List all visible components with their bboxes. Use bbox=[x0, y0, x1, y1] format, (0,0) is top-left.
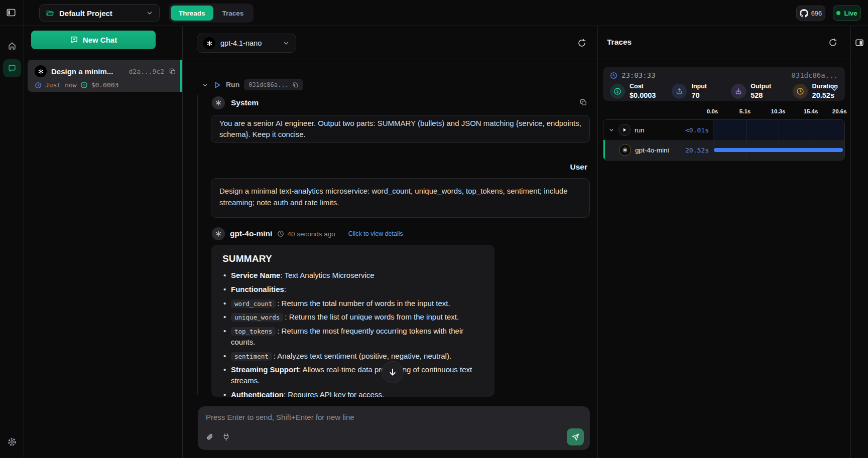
user-role-label: User bbox=[570, 163, 587, 172]
plug-icon[interactable] bbox=[222, 433, 230, 441]
send-plane-icon bbox=[571, 433, 580, 441]
refresh-icon[interactable] bbox=[577, 39, 586, 48]
axis-tick: 10.3s bbox=[771, 108, 786, 114]
folder-open-icon bbox=[46, 9, 54, 18]
system-message-header: System bbox=[212, 96, 259, 109]
left-rail bbox=[0, 0, 24, 458]
chevron-down-icon[interactable] bbox=[202, 82, 208, 88]
chevron-down-icon[interactable] bbox=[830, 85, 838, 93]
run-label: Run bbox=[226, 81, 239, 89]
send-button[interactable] bbox=[567, 428, 584, 445]
run-id-badge[interactable]: 031dc86a... bbox=[244, 79, 303, 90]
clock-icon bbox=[277, 230, 284, 237]
message-input[interactable] bbox=[206, 413, 582, 428]
attachment-paperclip-icon[interactable] bbox=[206, 433, 214, 441]
summary-title: SUMMARY bbox=[222, 253, 483, 264]
timeline-axis: 0.0s 5.1s 10.3s 15.4s 20.6s bbox=[603, 108, 845, 116]
composer-toolbar bbox=[206, 428, 584, 445]
chevron-down-icon bbox=[146, 10, 153, 17]
clock-icon bbox=[610, 72, 617, 79]
user-message: Design a minimal text-analytics microser… bbox=[211, 178, 590, 218]
chevron-down-icon[interactable] bbox=[608, 127, 614, 133]
model-selector-label: gpt-4.1-nano bbox=[220, 39, 278, 47]
chevron-down-icon bbox=[283, 40, 290, 47]
chat-title: Design a minim... bbox=[51, 67, 125, 76]
system-message: You are a senior AI engineer. Output two… bbox=[211, 115, 590, 143]
app-window: Default Project Threads Traces 696 Live … bbox=[0, 0, 868, 458]
run-span-header: Run 031dc86a... bbox=[202, 79, 303, 90]
trace-span-timeline: run <0.01s gpt-4o-mini 20.52s bbox=[603, 119, 845, 161]
timeline-row-gpt-4o-mini[interactable]: gpt-4o-mini 20.52s bbox=[603, 140, 844, 160]
input-upload-icon bbox=[672, 84, 687, 99]
stat-input: Input70 bbox=[672, 83, 731, 100]
openai-avatar bbox=[35, 65, 47, 77]
project-selector-label: Default Project bbox=[59, 9, 141, 18]
copy-icon[interactable] bbox=[579, 98, 587, 106]
settings-gear-icon[interactable] bbox=[7, 437, 17, 447]
svg-text:$: $ bbox=[616, 89, 619, 94]
chat-list-panel: New Chat Design a minim... d2a...9c2 Jus… bbox=[24, 26, 183, 458]
chat-header: gpt-4.1-nano bbox=[183, 26, 597, 59]
chat-main-panel: gpt-4.1-nano Run 031dc86a... bbox=[183, 26, 598, 458]
cost-coin-icon: $ bbox=[610, 84, 625, 99]
traces-panel: Traces 23:03:33 031dc86a... $ Cost$0.000… bbox=[598, 26, 850, 458]
trace-time: 23:03:33 bbox=[622, 71, 655, 79]
home-icon[interactable] bbox=[7, 41, 17, 51]
tab-traces[interactable]: Traces bbox=[214, 6, 252, 21]
system-role-label: System bbox=[231, 98, 259, 107]
summary-bullet-list: Service Name: Text Analytics Microservic… bbox=[222, 270, 483, 397]
axis-tick: 20.6s bbox=[832, 108, 847, 114]
new-chat-icon bbox=[70, 36, 78, 44]
output-download-icon bbox=[731, 84, 746, 99]
assistant-message-header: gpt-4o-mini 40 seconds ago Click to view… bbox=[212, 227, 403, 240]
copy-icon[interactable] bbox=[169, 68, 176, 75]
axis-tick: 5.1s bbox=[739, 108, 751, 114]
panel-toggle-icon[interactable] bbox=[855, 38, 864, 47]
summary-bullet: Streaming Support: Allows real-time data… bbox=[222, 364, 483, 386]
assistant-model-name: gpt-4o-mini bbox=[230, 229, 272, 238]
timeline-row-run[interactable]: run <0.01s bbox=[603, 120, 844, 140]
right-rail bbox=[850, 26, 868, 458]
selected-accent-bar bbox=[603, 140, 605, 160]
openai-avatar bbox=[212, 227, 225, 240]
scroll-to-bottom-button[interactable] bbox=[382, 361, 404, 383]
summary-bullet: Authentication: Requires API key for acc… bbox=[222, 389, 483, 397]
trace-summary-card[interactable]: 23:03:33 031dc86a... $ Cost$0.0003 Input… bbox=[603, 67, 845, 101]
view-tabs: Threads Traces bbox=[169, 4, 254, 23]
live-label: Live bbox=[844, 10, 857, 17]
trace-id: 031dc86a... bbox=[791, 71, 838, 79]
chat-icon[interactable] bbox=[3, 59, 21, 77]
run-id: 031dc86a... bbox=[249, 81, 288, 88]
message-composer bbox=[198, 406, 590, 450]
stat-output: Output528 bbox=[731, 83, 792, 100]
tab-threads[interactable]: Threads bbox=[171, 6, 213, 21]
github-icon bbox=[800, 9, 808, 18]
live-dot-icon bbox=[836, 11, 840, 15]
clock-icon bbox=[35, 82, 42, 89]
selected-accent-bar bbox=[180, 60, 182, 92]
play-icon bbox=[213, 81, 221, 89]
span-name: run bbox=[635, 126, 645, 134]
chat-list-item[interactable]: Design a minim... d2a...9c2 Just now $ $… bbox=[28, 60, 182, 92]
timeline-grid bbox=[713, 120, 844, 140]
axis-tick: 15.4s bbox=[804, 108, 818, 114]
project-selector[interactable]: Default Project bbox=[39, 4, 160, 22]
sidebar-toggle-icon[interactable] bbox=[6, 8, 16, 18]
chat-id: d2a...9c2 bbox=[129, 68, 164, 75]
view-details-link[interactable]: Click to view details bbox=[348, 230, 403, 237]
new-chat-button[interactable]: New Chat bbox=[31, 31, 156, 49]
chat-time: Just now bbox=[45, 81, 77, 89]
refresh-icon[interactable] bbox=[828, 38, 837, 47]
github-stars-badge[interactable]: 696 bbox=[796, 6, 825, 21]
topbar: Default Project Threads Traces 696 Live bbox=[0, 0, 868, 26]
span-name: gpt-4o-mini bbox=[635, 146, 669, 154]
summary-bullet: word_count: Returns the total number of … bbox=[222, 298, 483, 309]
span-duration: <0.01s bbox=[685, 126, 709, 134]
stat-cost: $ Cost$0.0003 bbox=[610, 83, 672, 100]
summary-bullet: Service Name: Text Analytics Microservic… bbox=[222, 270, 483, 281]
model-selector[interactable]: gpt-4.1-nano bbox=[197, 34, 296, 53]
openai-icon bbox=[619, 144, 631, 156]
assistant-timestamp: 40 seconds ago bbox=[277, 230, 335, 238]
cost-coin-icon: $ bbox=[80, 81, 88, 89]
summary-bullet: Functionalities: bbox=[222, 284, 483, 295]
